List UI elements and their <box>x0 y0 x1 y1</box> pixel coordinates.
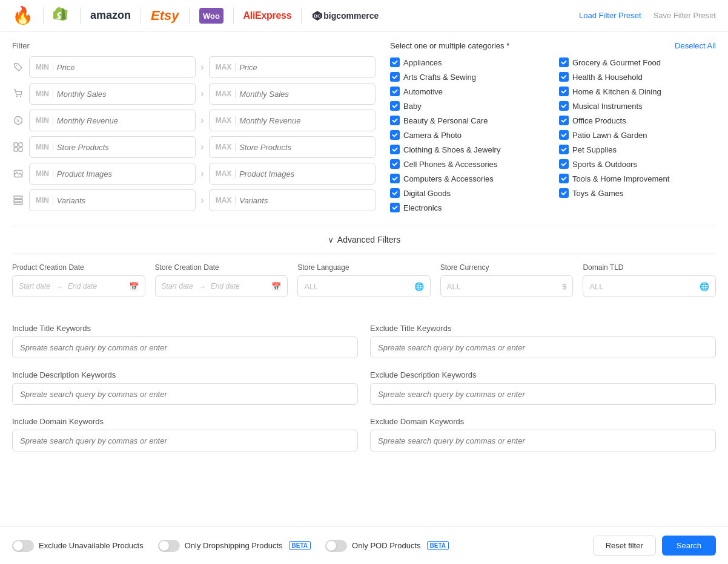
max-variants-field[interactable] <box>239 196 369 205</box>
store-currency-select[interactable]: ALL $ <box>440 275 574 297</box>
max-price-input[interactable]: MAX <box>209 56 376 78</box>
etsy-logo[interactable]: Etsy <box>151 8 179 24</box>
woo-logo[interactable]: Woo <box>199 8 223 24</box>
category-item: Sports & Outdoors <box>559 158 716 170</box>
include-title-input[interactable] <box>12 336 358 358</box>
main-content: Filter MIN › MAX <box>0 31 728 512</box>
save-filter-preset-link[interactable]: Save Filter Preset <box>654 11 716 20</box>
filter-row-monthly-sales: MIN › MAX <box>12 83 376 105</box>
category-item: Health & Household <box>559 71 716 83</box>
max-variants-input[interactable]: MAX <box>209 189 376 211</box>
exclude-domain-input[interactable] <box>370 430 716 451</box>
categories-header: Select one or multiple categories * Dese… <box>390 41 716 50</box>
min-variants-field[interactable] <box>57 196 189 205</box>
amazon-logo[interactable]: amazon <box>90 9 131 22</box>
category-checkbox[interactable] <box>390 72 400 82</box>
category-checkbox[interactable] <box>559 145 569 154</box>
max-monthly-sales-field[interactable] <box>239 90 369 99</box>
store-date-range-arrow: → <box>198 282 206 291</box>
category-item: Computers & Accessories <box>390 172 547 185</box>
exclude-title-keywords-field: Exclude Title Keywords <box>370 324 716 358</box>
min-monthly-sales-field[interactable] <box>57 90 189 99</box>
store-currency-value: ALL <box>447 282 461 291</box>
max-store-products-input[interactable]: MAX <box>209 136 376 158</box>
category-item: Appliances <box>390 56 547 68</box>
max-monthly-revenue-field[interactable] <box>239 116 369 125</box>
category-checkbox[interactable] <box>559 87 569 96</box>
max-product-images-field[interactable] <box>239 169 369 179</box>
svg-rect-10 <box>19 143 22 146</box>
category-checkbox[interactable] <box>559 72 569 82</box>
min-store-products-field[interactable] <box>57 143 189 152</box>
advanced-filters-toggle[interactable]: ∨ Advanced Filters <box>12 226 716 254</box>
min-variants-input[interactable]: MIN <box>29 189 196 211</box>
max-monthly-revenue-input[interactable]: MAX <box>209 110 376 131</box>
globe-icon: 🌐 <box>414 282 424 291</box>
category-checkbox[interactable] <box>559 159 569 169</box>
max-product-images-input[interactable]: MAX <box>209 163 376 185</box>
exclude-desc-label: Exclude Description Keywords <box>370 370 716 379</box>
include-desc-input[interactable] <box>12 383 358 405</box>
category-checkbox[interactable] <box>390 159 400 169</box>
category-checkbox[interactable] <box>390 174 400 183</box>
min-monthly-revenue-field[interactable] <box>57 116 189 125</box>
include-domain-input[interactable] <box>12 430 358 451</box>
min-price-field[interactable] <box>57 63 189 72</box>
exclude-title-input[interactable] <box>370 336 716 358</box>
deselect-all-button[interactable]: Deselect All <box>675 41 716 50</box>
category-checkbox[interactable] <box>390 116 400 125</box>
range-arrow-3: › <box>200 115 204 126</box>
domain-tld-select[interactable]: ALL 🌐 <box>583 275 716 297</box>
category-item: Office Products <box>559 114 716 126</box>
load-filter-preset-link[interactable]: Load Filter Preset <box>579 11 641 20</box>
aliexpress-logo[interactable]: 🔥 <box>12 7 33 24</box>
category-checkbox[interactable] <box>390 57 400 67</box>
exclude-desc-input[interactable] <box>370 383 716 405</box>
range-arrow-5: › <box>200 168 204 179</box>
category-checkbox[interactable] <box>559 116 569 125</box>
min-store-products-input[interactable]: MIN <box>29 136 196 158</box>
max-store-products-field[interactable] <box>239 143 369 152</box>
bigcommerce-logo[interactable]: BC bigcommerce <box>311 10 379 22</box>
category-label: Sports & Outdoors <box>572 160 637 169</box>
category-item: Camera & Photo <box>390 129 547 141</box>
category-item: Cell Phones & Accessories <box>390 158 547 170</box>
start-date-placeholder: Start date <box>19 282 50 290</box>
category-label: Office Products <box>572 116 626 125</box>
store-currency-label: Store Currency <box>440 263 574 272</box>
category-checkbox[interactable] <box>559 130 569 140</box>
category-checkbox[interactable] <box>559 188 569 198</box>
max-price-field[interactable] <box>239 63 369 72</box>
category-checkbox[interactable] <box>390 130 400 140</box>
category-checkbox[interactable] <box>390 145 400 154</box>
min-price-input[interactable]: MIN <box>29 56 196 78</box>
category-checkbox[interactable] <box>390 101 400 111</box>
svg-rect-15 <box>14 196 22 198</box>
store-language-select[interactable]: ALL 🌐 <box>297 275 431 297</box>
category-checkbox[interactable] <box>390 203 400 212</box>
min-monthly-revenue-input[interactable]: MIN <box>29 110 196 131</box>
category-checkbox[interactable] <box>559 57 569 67</box>
category-checkbox[interactable] <box>559 174 569 183</box>
category-checkbox[interactable] <box>390 87 400 96</box>
category-checkbox[interactable] <box>390 188 400 198</box>
range-arrow-2: › <box>200 88 204 99</box>
advanced-filters-label: Advanced Filters <box>337 235 400 244</box>
filter-row-store-products: MIN › MAX <box>12 136 376 158</box>
store-creation-date-input[interactable]: Start date → End date 📅 <box>155 275 288 297</box>
chevron-down-icon: ∨ <box>328 235 334 244</box>
min-product-images-field[interactable] <box>57 169 189 179</box>
aliexpress-text-logo[interactable]: AliExpress <box>243 10 292 21</box>
svg-rect-12 <box>19 148 22 151</box>
include-title-keywords-field: Include Title Keywords <box>12 324 358 358</box>
svg-rect-11 <box>14 148 18 151</box>
product-creation-date-input[interactable]: Start date → End date 📅 <box>12 275 145 297</box>
min-product-images-input[interactable]: MIN <box>29 163 196 185</box>
category-label: Appliances <box>403 58 442 67</box>
domain-tld-value: ALL <box>589 282 603 291</box>
max-monthly-sales-input[interactable]: MAX <box>209 83 376 105</box>
grid-icon <box>12 142 24 152</box>
category-checkbox[interactable] <box>559 101 569 111</box>
min-monthly-sales-input[interactable]: MIN <box>29 83 196 105</box>
shopify-logo[interactable] <box>53 7 70 25</box>
